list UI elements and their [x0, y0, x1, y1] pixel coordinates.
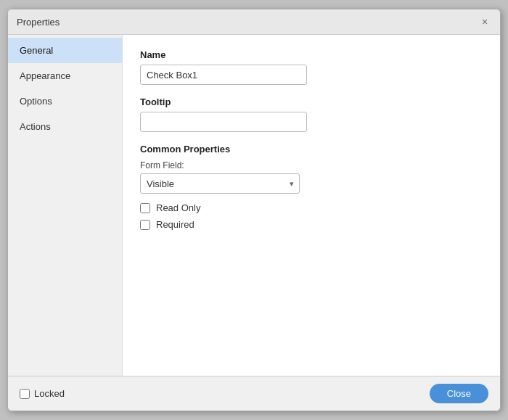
- dialog-close-button[interactable]: ×: [478, 15, 491, 28]
- name-input[interactable]: [140, 65, 307, 85]
- name-label: Name: [140, 49, 483, 60]
- read-only-label: Read Only: [156, 202, 200, 213]
- tooltip-label: Tooltip: [140, 96, 483, 107]
- tooltip-field-group: Tooltip: [140, 96, 483, 132]
- dialog-body: General Appearance Options Actions Name …: [8, 35, 500, 376]
- footer-left: Locked: [20, 388, 65, 399]
- form-field-select[interactable]: Visible Hidden No Print Required: [140, 173, 300, 194]
- sidebar-item-appearance[interactable]: Appearance: [8, 63, 122, 88]
- title-bar: Properties ×: [8, 9, 500, 35]
- checkboxes-group: Read Only Required: [140, 202, 483, 230]
- sidebar-item-actions[interactable]: Actions: [8, 114, 122, 139]
- close-button[interactable]: Close: [430, 384, 488, 403]
- sidebar: General Appearance Options Actions: [8, 35, 123, 376]
- dialog-title: Properties: [17, 17, 60, 28]
- required-row: Required: [140, 219, 483, 230]
- properties-dialog: Properties × General Appearance Options …: [7, 9, 501, 411]
- dialog-footer: Locked Close: [8, 376, 500, 411]
- read-only-checkbox[interactable]: [140, 203, 150, 213]
- tooltip-input[interactable]: [140, 112, 307, 132]
- locked-label: Locked: [34, 388, 65, 399]
- form-field-select-wrapper: Visible Hidden No Print Required ▾: [140, 173, 300, 194]
- common-properties-title: Common Properties: [140, 144, 483, 155]
- read-only-row: Read Only: [140, 202, 483, 213]
- main-content: Name Tooltip Common Properties Form Fiel…: [123, 35, 500, 376]
- sidebar-item-general[interactable]: General: [8, 38, 122, 63]
- required-checkbox[interactable]: [140, 220, 150, 230]
- form-field-label: Form Field:: [140, 160, 483, 170]
- locked-checkbox[interactable]: [20, 389, 30, 399]
- name-field-group: Name: [140, 49, 483, 85]
- required-label: Required: [156, 219, 194, 230]
- common-properties-section: Common Properties Form Field: Visible Hi…: [140, 144, 483, 230]
- sidebar-item-options[interactable]: Options: [8, 88, 122, 114]
